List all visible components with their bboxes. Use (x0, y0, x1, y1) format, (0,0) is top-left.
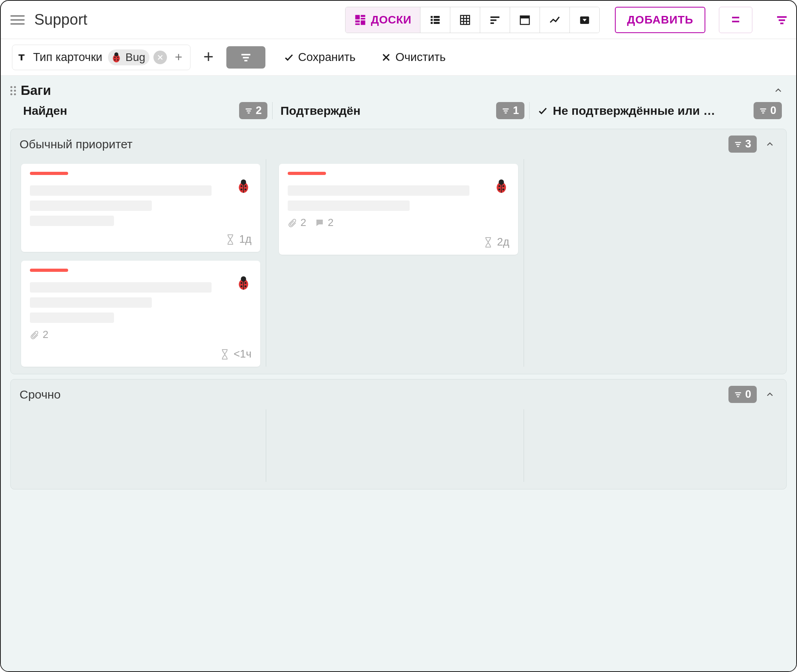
hourglass-icon (220, 348, 230, 360)
secondary-menu-button[interactable]: = (719, 7, 752, 33)
svg-rect-64 (735, 392, 741, 393)
boards-icon (354, 14, 366, 26)
add-filter-button[interactable]: + (196, 47, 221, 68)
hourglass-icon (226, 234, 235, 246)
card[interactable]: 1д (21, 164, 260, 252)
chip-remove-button[interactable] (153, 51, 167, 64)
svg-point-59 (499, 185, 501, 187)
svg-rect-66 (737, 396, 739, 397)
card-text-placeholder (288, 200, 410, 211)
filter-chip-card-type[interactable]: Тип карточки Bug + (12, 45, 190, 70)
card-time: <1ч (30, 348, 251, 360)
column-label: Найден (23, 104, 234, 118)
menu-icon[interactable] (10, 13, 26, 27)
swimlane-collapse-button[interactable] (762, 137, 777, 152)
bug-icon (236, 178, 251, 194)
svg-point-53 (245, 282, 247, 284)
text-type-icon (16, 52, 27, 63)
card[interactable]: 22 2д (279, 164, 518, 255)
view-timeline-button[interactable] (480, 7, 510, 33)
view-list-button[interactable] (420, 7, 450, 33)
svg-rect-33 (247, 112, 249, 114)
active-filter-pill[interactable] (226, 46, 265, 69)
view-chart-button[interactable] (540, 7, 569, 33)
chevron-up-icon (766, 140, 774, 149)
chip-add-value-button[interactable]: + (171, 50, 186, 65)
swimlane-count-pill[interactable]: 0 (728, 386, 757, 403)
swimlane-body (11, 409, 786, 489)
filter-icon (734, 391, 742, 399)
swimlane-header[interactable]: Обычный приоритет 3 (11, 129, 786, 159)
column-header[interactable]: Найден 2 (23, 102, 273, 119)
svg-rect-31 (245, 108, 251, 110)
save-filter-button[interactable]: Сохранить (277, 51, 363, 64)
swimlane-column[interactable] (531, 159, 781, 367)
svg-point-52 (241, 282, 243, 284)
swimlane-title: Срочно (20, 388, 723, 401)
view-boards-button[interactable]: ДОСКИ (345, 7, 420, 33)
svg-point-55 (245, 285, 247, 287)
global-filter-button[interactable] (771, 7, 793, 33)
column-count-pill[interactable]: 1 (496, 102, 524, 119)
view-calendar-button[interactable] (510, 7, 540, 33)
swimlane-title: Обычный приоритет (20, 138, 723, 151)
card-text-placeholder (30, 185, 212, 196)
swimlane-count-pill[interactable]: 3 (728, 136, 757, 153)
column-count-pill[interactable]: 2 (239, 102, 267, 119)
svg-rect-30 (244, 60, 247, 61)
svg-rect-21 (780, 22, 783, 24)
svg-rect-8 (431, 19, 433, 21)
drag-handle-icon[interactable] (10, 86, 16, 95)
card-text-placeholder (30, 297, 152, 308)
close-icon (381, 52, 391, 63)
column-header[interactable]: Не подтверждённые или … 0 (538, 102, 787, 119)
swimlane-header[interactable]: Срочно 0 (11, 379, 786, 409)
svg-rect-12 (491, 16, 500, 18)
svg-rect-13 (491, 19, 497, 21)
svg-rect-9 (434, 19, 440, 21)
column-header[interactable]: Подтверждён 1 (281, 102, 530, 119)
chip-card-type-value[interactable]: Bug (108, 49, 149, 65)
swimlane-column[interactable]: 22 2д (273, 159, 524, 367)
column-count: 2 (256, 104, 262, 117)
card-text-placeholder (30, 200, 152, 211)
swimlane-column[interactable]: 1д 2 <1ч (16, 159, 266, 367)
card-meta: 2 (30, 328, 251, 341)
swimlane-collapse-button[interactable] (762, 387, 777, 402)
svg-point-25 (117, 57, 119, 58)
comment-icon (315, 218, 324, 228)
svg-point-45 (241, 185, 243, 187)
add-button-label: ДОБАВИТЬ (627, 14, 693, 26)
swimlane-column[interactable] (16, 409, 266, 482)
card-comments: 2 (315, 216, 333, 229)
card-attachments: 2 (30, 328, 48, 341)
swimlane-column[interactable] (273, 409, 524, 482)
filter-icon (502, 107, 510, 115)
view-grid-button[interactable] (450, 7, 480, 33)
view-archive-button[interactable] (569, 7, 599, 33)
clear-filter-button[interactable]: Очистить (374, 51, 453, 64)
archive-icon (579, 14, 591, 26)
chip-card-type-label: Тип карточки (31, 51, 104, 64)
column-count-pill[interactable]: 0 (754, 102, 782, 119)
app-header: Support ДОСКИ (1, 1, 796, 39)
chip-value-text: Bug (126, 51, 145, 64)
svg-rect-42 (737, 146, 739, 147)
svg-rect-29 (243, 57, 249, 58)
section-collapse-button[interactable] (771, 83, 786, 98)
view-boards-label: ДОСКИ (371, 14, 412, 26)
section-title: Баги (21, 83, 51, 98)
svg-rect-11 (434, 22, 440, 24)
svg-rect-37 (760, 108, 766, 110)
svg-rect-16 (520, 16, 530, 18)
svg-point-62 (503, 189, 505, 191)
hourglass-icon (483, 236, 493, 248)
card-text-placeholder (30, 312, 114, 323)
chevron-up-icon (766, 390, 774, 399)
swimlane-column[interactable] (531, 409, 781, 482)
add-button[interactable]: ДОБАВИТЬ (615, 7, 705, 33)
card[interactable]: 2 <1ч (21, 261, 260, 367)
equals-icon: = (731, 12, 740, 28)
svg-rect-40 (735, 142, 741, 143)
svg-point-26 (114, 59, 116, 61)
